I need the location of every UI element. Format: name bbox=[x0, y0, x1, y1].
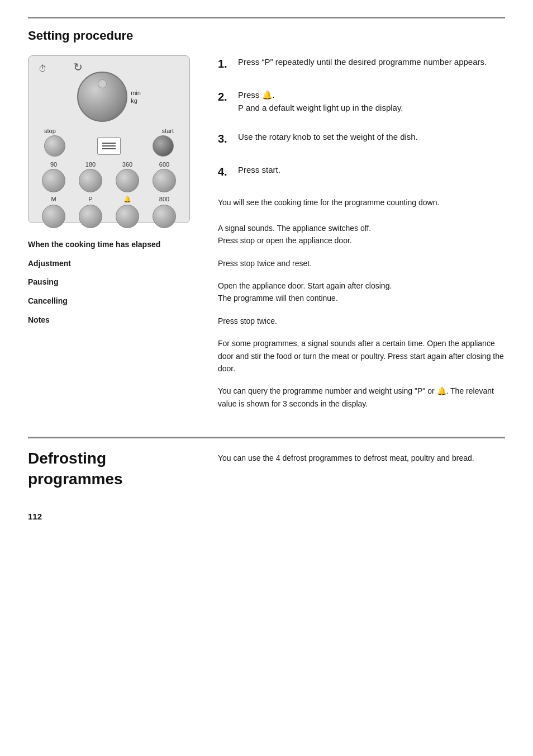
stop-button[interactable] bbox=[44, 135, 65, 157]
defrost-text: You can use the 4 defrost programmes to … bbox=[218, 452, 505, 464]
arrow-arc-icon: ↺ bbox=[73, 60, 83, 74]
step-4-number: 4. bbox=[218, 163, 234, 181]
table-row: Cancelling bbox=[28, 292, 201, 311]
bottom-800-label: 800 bbox=[153, 196, 176, 203]
step-1: 1. Press “P” repeatedly until the desire… bbox=[218, 55, 505, 73]
procedure-table: When the cooking time has elapsed Adjust… bbox=[28, 234, 201, 329]
table-row: Notes bbox=[28, 311, 201, 330]
row-label-cooking-time: When the cooking time has elapsed bbox=[28, 234, 201, 254]
step-2-text: Press 🔔. P and a default weight light up… bbox=[234, 88, 403, 115]
step-1-number: 1. bbox=[218, 55, 234, 73]
bottom-label-row: M P 🔔 800 bbox=[37, 196, 180, 203]
left-panel: ⏱ ↺ minkg stop start bbox=[28, 55, 201, 420]
row-label-cancelling: Cancelling bbox=[28, 292, 201, 311]
btn-M[interactable] bbox=[42, 205, 65, 228]
btn-360[interactable] bbox=[116, 169, 139, 192]
top-rule bbox=[28, 17, 505, 18]
step-4: 4. Press start. bbox=[218, 163, 505, 181]
num-label-row-1: 90 180 360 600 bbox=[37, 161, 180, 168]
setting-procedure-layout: ⏱ ↺ minkg stop start bbox=[28, 55, 505, 420]
btn-label-row: stop start bbox=[37, 127, 180, 134]
row-label-notes: Notes bbox=[28, 311, 201, 330]
num-180-label: 180 bbox=[79, 161, 102, 168]
notes-desc-2: You can query the programme number and w… bbox=[218, 385, 505, 410]
step-3-text: Use the rotary knob to set the weight of… bbox=[234, 130, 418, 143]
step-1-text: Press “P” repeatedly until the desired p… bbox=[234, 55, 487, 68]
step-2: 2. Press 🔔. P and a default weight light… bbox=[218, 88, 505, 115]
start-button[interactable] bbox=[153, 135, 174, 157]
display-line-1 bbox=[102, 143, 116, 144]
btn-P[interactable] bbox=[79, 205, 102, 228]
cancelling-desc: Press stop twice. bbox=[218, 315, 505, 327]
display-button bbox=[97, 137, 121, 155]
num-btn-row-1 bbox=[37, 169, 180, 192]
btn-600[interactable] bbox=[153, 169, 176, 192]
bottom-bell-label: 🔔 bbox=[116, 196, 139, 203]
table-row: Pausing bbox=[28, 273, 201, 292]
defrost-left: Defrostingprogrammes bbox=[28, 448, 201, 489]
knob-row: minkg bbox=[37, 72, 180, 122]
btn-bell[interactable] bbox=[116, 205, 139, 228]
table-row: When the cooking time has elapsed bbox=[28, 234, 201, 254]
stop-label: stop bbox=[44, 127, 56, 134]
btn-row-1 bbox=[37, 135, 180, 157]
pausing-desc: Open the appliance door. Start again aft… bbox=[218, 280, 505, 305]
btn-90[interactable] bbox=[42, 169, 65, 192]
defrost-right: You can use the 4 defrost programmes to … bbox=[218, 448, 505, 489]
btn-180[interactable] bbox=[79, 169, 102, 192]
page-number: 112 bbox=[28, 512, 505, 521]
display-line-3 bbox=[102, 148, 116, 149]
display-lines bbox=[102, 143, 116, 149]
step-2-number: 2. bbox=[218, 88, 234, 106]
defrost-layout: Defrostingprogrammes You can use the 4 d… bbox=[28, 448, 505, 489]
mid-rule bbox=[28, 437, 505, 438]
display-line-2 bbox=[102, 145, 116, 147]
appliance-diagram: ⏱ ↺ minkg stop start bbox=[28, 55, 190, 223]
row-label-pausing: Pausing bbox=[28, 273, 201, 292]
knob-label: minkg bbox=[131, 89, 141, 105]
step-2-subtext: P and a default weight light up in the d… bbox=[238, 103, 403, 112]
bottom-M-label: M bbox=[42, 196, 65, 203]
defrost-heading: Defrostingprogrammes bbox=[28, 448, 201, 489]
btn-800[interactable] bbox=[153, 205, 176, 228]
clock-icon: ⏱ bbox=[39, 64, 47, 73]
notes-desc-1: For some programmes, a signal sounds aft… bbox=[218, 337, 505, 375]
cooking-time-elapsed-desc: A signal sounds. The appliance switches … bbox=[218, 222, 505, 247]
right-panel: 1. Press “P” repeatedly until the desire… bbox=[218, 55, 505, 420]
step-3-number: 3. bbox=[218, 130, 234, 148]
table-row: Adjustment bbox=[28, 254, 201, 273]
step-4-text: Press start. bbox=[234, 163, 280, 176]
num-90-label: 90 bbox=[42, 161, 65, 168]
start-label: start bbox=[162, 127, 174, 134]
num-360-label: 360 bbox=[116, 161, 139, 168]
running-text: You will see the cooking time for the pr… bbox=[218, 196, 505, 209]
section-heading: Setting procedure bbox=[28, 29, 505, 43]
adjustment-desc: Press stop twice and reset. bbox=[218, 257, 505, 270]
bottom-P-label: P bbox=[79, 196, 102, 203]
main-knob bbox=[77, 72, 127, 122]
step-3: 3. Use the rotary knob to set the weight… bbox=[218, 130, 505, 148]
num-600-label: 600 bbox=[153, 161, 176, 168]
bottom-btn-row bbox=[37, 205, 180, 228]
row-label-adjustment: Adjustment bbox=[28, 254, 201, 273]
